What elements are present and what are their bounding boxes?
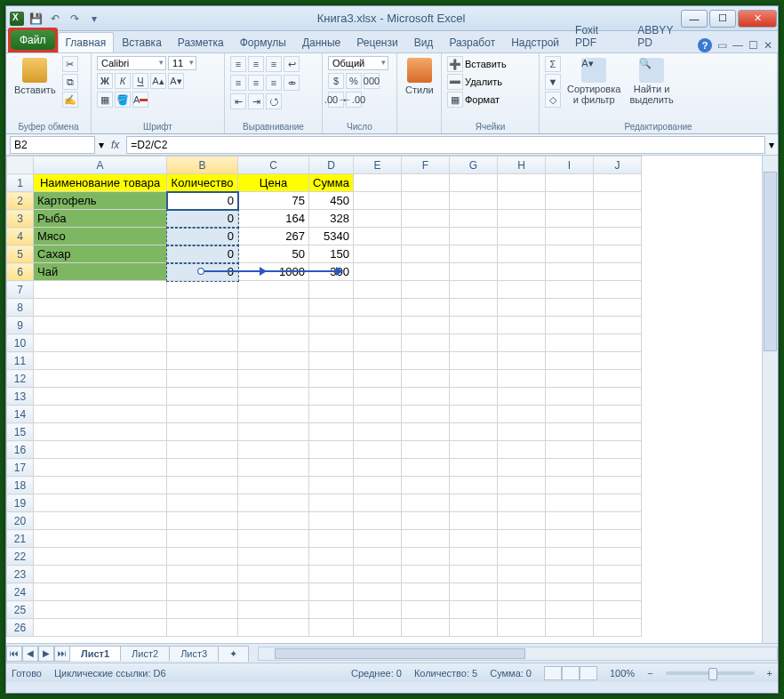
- view-normal-icon[interactable]: [544, 666, 562, 680]
- cell-I16[interactable]: [546, 441, 594, 459]
- align-left-icon[interactable]: ≡: [230, 75, 246, 91]
- name-box[interactable]: B2: [10, 136, 95, 154]
- autosum-icon[interactable]: Σ: [545, 56, 561, 72]
- cell-J22[interactable]: [594, 548, 642, 566]
- cell-D23[interactable]: [309, 566, 354, 583]
- col-header-B[interactable]: B: [167, 157, 238, 174]
- currency-icon[interactable]: $: [328, 73, 344, 89]
- cell-E24[interactable]: [354, 583, 402, 601]
- cell-F21[interactable]: [402, 530, 450, 548]
- cell-I15[interactable]: [546, 423, 594, 441]
- row-header-8[interactable]: 8: [7, 299, 34, 317]
- tab-abbyy[interactable]: ABBYY PD: [629, 20, 698, 52]
- cell-H2[interactable]: [498, 192, 546, 210]
- cell-G13[interactable]: [450, 388, 498, 406]
- vertical-scrollbar[interactable]: [762, 156, 778, 643]
- cell-G20[interactable]: [450, 512, 498, 530]
- format-cells-button[interactable]: ▦Формат: [447, 92, 500, 108]
- percent-icon[interactable]: %: [346, 73, 362, 89]
- cell-G15[interactable]: [450, 423, 498, 441]
- cell-D21[interactable]: [309, 530, 354, 548]
- cell-I22[interactable]: [546, 548, 594, 566]
- row-header-22[interactable]: 22: [7, 548, 34, 566]
- cell-J4[interactable]: [594, 228, 642, 245]
- tab-nav-last-icon[interactable]: ⏭: [54, 646, 70, 662]
- cell-C13[interactable]: [238, 388, 309, 406]
- tab-addins[interactable]: Надстрой: [503, 32, 567, 52]
- cell-D1[interactable]: Сумма: [309, 174, 354, 192]
- cell-H7[interactable]: [498, 281, 546, 299]
- col-header-H[interactable]: H: [498, 157, 546, 174]
- font-shrink-icon[interactable]: A▾: [168, 73, 184, 89]
- cell-A1[interactable]: Наименование товара: [34, 174, 167, 192]
- cell-A21[interactable]: [34, 530, 167, 548]
- cell-C23[interactable]: [238, 566, 309, 583]
- cell-F25[interactable]: [402, 601, 450, 619]
- cell-D9[interactable]: [309, 317, 354, 334]
- cell-I17[interactable]: [546, 459, 594, 477]
- row-header-4[interactable]: 4: [7, 228, 34, 245]
- select-all-corner[interactable]: [7, 157, 34, 174]
- cell-D26[interactable]: [309, 619, 354, 637]
- cell-C5[interactable]: 50: [238, 245, 309, 263]
- cell-A7[interactable]: [34, 281, 167, 299]
- row-header-9[interactable]: 9: [7, 317, 34, 334]
- cell-A3[interactable]: Рыба: [34, 210, 167, 228]
- cell-B22[interactable]: [167, 548, 238, 566]
- cell-J1[interactable]: [594, 174, 642, 192]
- cell-J17[interactable]: [594, 459, 642, 477]
- cell-I26[interactable]: [546, 619, 594, 637]
- cell-C4[interactable]: 267: [238, 228, 309, 245]
- grid[interactable]: ABCDEFGHIJ1Наименование товараКоличество…: [6, 156, 642, 637]
- cell-E12[interactable]: [354, 370, 402, 388]
- comma-icon[interactable]: 000: [364, 73, 380, 89]
- cell-G19[interactable]: [450, 494, 498, 512]
- row-header-16[interactable]: 16: [7, 441, 34, 459]
- align-top-icon[interactable]: ≡: [230, 56, 246, 72]
- cell-A2[interactable]: Картофель: [34, 192, 167, 210]
- cell-A24[interactable]: [34, 583, 167, 601]
- cell-A20[interactable]: [34, 512, 167, 530]
- cell-C2[interactable]: 75: [238, 192, 309, 210]
- cell-I13[interactable]: [546, 388, 594, 406]
- cell-C12[interactable]: [238, 370, 309, 388]
- align-bot-icon[interactable]: ≡: [266, 56, 282, 72]
- cell-I8[interactable]: [546, 299, 594, 317]
- cell-F13[interactable]: [402, 388, 450, 406]
- cell-D2[interactable]: 450: [309, 192, 354, 210]
- cell-B24[interactable]: [167, 583, 238, 601]
- cell-A12[interactable]: [34, 370, 167, 388]
- cell-B1[interactable]: Количество: [167, 174, 238, 192]
- cell-F9[interactable]: [402, 317, 450, 334]
- cell-G11[interactable]: [450, 352, 498, 370]
- cell-E15[interactable]: [354, 423, 402, 441]
- close-button[interactable]: ✕: [738, 10, 777, 28]
- ribbon-collapse-icon[interactable]: ▭: [717, 39, 727, 52]
- cell-I24[interactable]: [546, 583, 594, 601]
- workbook-max-icon[interactable]: ☐: [748, 39, 758, 52]
- tab-view[interactable]: Вид: [406, 32, 442, 52]
- cut-icon[interactable]: ✂: [62, 56, 78, 72]
- insert-cells-button[interactable]: ➕Вставить: [447, 56, 507, 72]
- border-button[interactable]: ▦: [97, 92, 113, 108]
- sheet-tab-2[interactable]: Лист2: [120, 646, 170, 661]
- cell-D17[interactable]: [309, 459, 354, 477]
- cell-D13[interactable]: [309, 388, 354, 406]
- cell-G8[interactable]: [450, 299, 498, 317]
- row-header-23[interactable]: 23: [7, 566, 34, 583]
- align-right-icon[interactable]: ≡: [266, 75, 282, 91]
- namebox-dropdown-icon[interactable]: ▾: [99, 139, 104, 151]
- tab-formulas[interactable]: Формулы: [232, 32, 294, 52]
- cell-H14[interactable]: [498, 406, 546, 423]
- tab-nav-prev-icon[interactable]: ◀: [22, 646, 38, 662]
- cell-C24[interactable]: [238, 583, 309, 601]
- qat-more-icon[interactable]: ▾: [86, 11, 102, 27]
- cell-E16[interactable]: [354, 441, 402, 459]
- cell-H4[interactable]: [498, 228, 546, 245]
- cell-A6[interactable]: Чай: [34, 263, 167, 281]
- maximize-button[interactable]: ☐: [709, 10, 736, 28]
- row-header-5[interactable]: 5: [7, 245, 34, 263]
- formula-input[interactable]: =D2/C2: [126, 136, 765, 154]
- cell-D20[interactable]: [309, 512, 354, 530]
- cell-F1[interactable]: [402, 174, 450, 192]
